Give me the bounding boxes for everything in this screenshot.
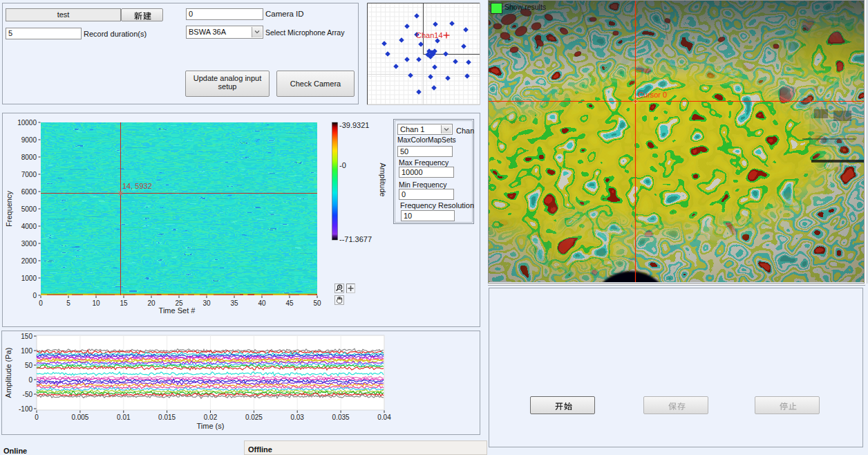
svg-text:Show results: Show results — [504, 3, 546, 11]
svg-text:Time (s): Time (s) — [197, 422, 225, 430]
svg-text:Frequency: Frequency — [5, 191, 13, 227]
svg-text:5000: 5000 — [21, 205, 37, 213]
svg-text:Time Set #: Time Set # — [159, 306, 196, 315]
svg-text:9000: 9000 — [21, 136, 37, 144]
svg-text:3000: 3000 — [21, 240, 37, 248]
svg-text:30: 30 — [202, 299, 211, 307]
svg-text:0.02: 0.02 — [204, 414, 218, 421]
svg-text:15: 15 — [120, 299, 128, 307]
svg-text:Amplitude (Pa): Amplitude (Pa) — [4, 348, 12, 398]
svg-text:Cursor 0: Cursor 0 — [638, 91, 667, 99]
svg-text:35: 35 — [230, 299, 238, 307]
svg-text:10: 10 — [92, 299, 100, 307]
svg-text:-0: -0 — [339, 161, 346, 169]
svg-text:0.005: 0.005 — [71, 414, 88, 421]
svg-text:100: 100 — [21, 347, 32, 355]
svg-text:0.035: 0.035 — [332, 414, 350, 421]
svg-text:8000: 8000 — [21, 154, 37, 161]
svg-text:5: 5 — [66, 299, 70, 307]
svg-text:50: 50 — [25, 362, 33, 369]
svg-text:0.04: 0.04 — [377, 414, 391, 421]
svg-text:Amplitude: Amplitude — [379, 163, 387, 197]
svg-text:Chan14: Chan14 — [416, 31, 443, 39]
svg-text:10000: 10000 — [17, 119, 37, 127]
svg-text:45: 45 — [285, 299, 294, 307]
svg-text:0: 0 — [39, 299, 43, 307]
svg-text:4000: 4000 — [21, 223, 37, 230]
svg-text:--71.3677: --71.3677 — [339, 235, 372, 243]
svg-text:20: 20 — [147, 299, 155, 307]
svg-text:7000: 7000 — [21, 171, 37, 178]
svg-text:6000: 6000 — [21, 188, 37, 196]
svg-text:0.025: 0.025 — [245, 414, 263, 421]
svg-text:0.01: 0.01 — [117, 414, 131, 421]
svg-text:0: 0 — [32, 292, 37, 299]
svg-text:14, 5932: 14, 5932 — [122, 182, 152, 190]
svg-text:50: 50 — [313, 299, 321, 307]
svg-text:0: 0 — [28, 376, 32, 384]
svg-text:-50: -50 — [23, 391, 33, 398]
svg-text:-39.9321: -39.9321 — [339, 121, 369, 129]
svg-text:150: 150 — [21, 333, 32, 340]
svg-text:0: 0 — [35, 414, 39, 421]
svg-text:40: 40 — [258, 299, 266, 307]
svg-text:0.015: 0.015 — [158, 414, 176, 421]
svg-text:0.03: 0.03 — [290, 414, 304, 421]
svg-text:2000: 2000 — [21, 257, 37, 265]
svg-text:-100: -100 — [19, 405, 32, 413]
svg-text:1000: 1000 — [21, 275, 37, 282]
